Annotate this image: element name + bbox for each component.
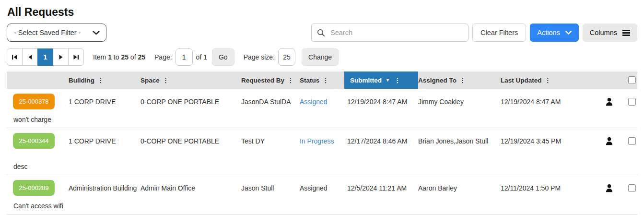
request-description: won't charge <box>13 116 637 128</box>
header-id-column <box>7 72 69 89</box>
submitted-cell: 12/17/2024 8:46 AM <box>344 137 418 145</box>
assigned-to-cell: Jimmy Coakley <box>418 98 501 106</box>
chevron-down-icon <box>565 31 572 35</box>
hamburger-icon <box>622 29 630 36</box>
building-cell: 1 CORP DRIVE <box>69 98 141 106</box>
table-row: 25-000378 1 CORP DRIVE 0-CORP ONE PORTAB… <box>7 89 637 128</box>
row-select-checkbox[interactable] <box>628 184 636 192</box>
column-menu-icon[interactable]: ⋮ <box>322 76 329 84</box>
space-cell: Admin Main Office <box>141 184 241 192</box>
table-row: 25-000289 Administration Building Admin … <box>7 175 637 215</box>
request-description: Can't access wifi <box>13 202 637 214</box>
column-menu-icon[interactable]: ⋮ <box>545 76 551 84</box>
request-description: desc <box>13 163 637 175</box>
request-id-badge[interactable]: 25-000344 <box>13 133 55 149</box>
header-requested-by[interactable]: Requested By ⋮ <box>241 72 300 89</box>
pagination-bar: 1 Item 1 to 25 of 25 Page: of 1 Go Page … <box>7 48 637 66</box>
space-cell: 0-CORP ONE PORTABLE <box>141 137 241 145</box>
actions-button[interactable]: Actions <box>530 24 579 42</box>
status-link[interactable]: In Progress <box>300 137 344 145</box>
page-number-input[interactable] <box>176 48 193 66</box>
pager-group: 1 <box>7 48 84 66</box>
clear-filters-button[interactable]: Clear Filters <box>472 24 526 42</box>
toolbar-right: Clear Filters Actions Columns <box>311 24 637 42</box>
requested-by-cell: JasonDA StulDA <box>241 98 300 106</box>
column-menu-icon[interactable]: ⋮ <box>163 76 169 84</box>
of-total-label: of 1 <box>196 53 207 61</box>
search-input[interactable] <box>329 28 463 37</box>
last-page-button[interactable] <box>68 48 84 66</box>
column-menu-icon[interactable]: ⋮ <box>459 76 466 84</box>
table-row: 25-000344 1 CORP DRIVE 0-CORP ONE PORTAB… <box>7 128 637 175</box>
last-page-icon <box>73 54 79 60</box>
header-status[interactable]: Status ⋮ <box>300 72 344 89</box>
last-updated-cell: 12/11/2024 1:50 PM <box>501 184 590 192</box>
actions-button-label: Actions <box>537 29 560 36</box>
header-actions-column <box>590 72 628 89</box>
page-label: Page: <box>154 53 172 61</box>
header-building[interactable]: Building ⋮ <box>69 72 141 89</box>
assigned-to-cell: Aaron Barley <box>418 184 501 192</box>
page-size-input[interactable] <box>278 48 295 66</box>
next-page-icon <box>59 54 63 60</box>
requested-by-cell: Jason Stull <box>241 184 300 192</box>
columns-button-label: Columns <box>590 29 617 36</box>
column-menu-icon[interactable]: ⋮ <box>394 76 401 84</box>
first-page-button[interactable] <box>7 48 23 66</box>
go-button[interactable]: Go <box>212 48 234 66</box>
header-space[interactable]: Space ⋮ <box>141 72 241 89</box>
last-updated-cell: 12/19/2024 8:47 AM <box>501 98 590 106</box>
next-page-button[interactable] <box>53 48 69 66</box>
person-icon[interactable] <box>605 137 613 145</box>
toolbar: - Select Saved Filter - Clear Filters Ac… <box>0 24 644 42</box>
assigned-to-cell: Brian Jones,Jason Stull <box>418 137 501 145</box>
header-submitted-sorted[interactable]: Submitted ▼ ⋮ <box>344 72 418 89</box>
space-cell: 0-CORP ONE PORTABLE <box>141 98 241 106</box>
person-icon[interactable] <box>605 97 613 106</box>
column-menu-icon[interactable]: ⋮ <box>287 76 294 84</box>
header-last-updated[interactable]: Last Updated ⋮ <box>501 72 590 89</box>
saved-filter-value: - Select Saved Filter - <box>14 29 81 36</box>
select-all-checkbox[interactable] <box>628 76 636 84</box>
sort-desc-icon: ▼ <box>386 78 390 83</box>
select-all-cell <box>628 72 640 89</box>
first-page-icon <box>12 54 18 60</box>
saved-filter-select[interactable]: - Select Saved Filter - <box>7 24 106 42</box>
page-size-label: Page size: <box>244 53 275 61</box>
search-icon <box>317 29 325 37</box>
row-select-checkbox[interactable] <box>628 98 636 106</box>
person-icon[interactable] <box>605 184 613 192</box>
table-header-row: Building ⋮ Space ⋮ Requested By ⋮ Status… <box>7 72 637 89</box>
submitted-cell: 12/19/2024 8:47 AM <box>344 98 418 106</box>
items-summary: Item 1 to 25 of 25 <box>93 53 145 61</box>
previous-page-button[interactable] <box>22 48 38 66</box>
search-box <box>311 24 468 42</box>
status-text: Assigned <box>300 184 344 192</box>
building-cell: 1 CORP DRIVE <box>69 137 141 145</box>
requests-table: Building ⋮ Space ⋮ Requested By ⋮ Status… <box>7 72 637 215</box>
submitted-cell: 12/5/2024 11:21 AM <box>344 184 418 192</box>
last-updated-cell: 12/19/2024 3:45 PM <box>501 137 590 145</box>
status-link[interactable]: Assigned <box>300 98 344 106</box>
chevron-down-icon <box>93 31 100 35</box>
requested-by-cell: Test DY <box>241 137 300 145</box>
page-title: All Requests <box>7 6 644 19</box>
change-button[interactable]: Change <box>302 48 339 66</box>
building-cell: Administration Building <box>69 184 141 192</box>
previous-page-icon <box>28 54 33 60</box>
columns-button[interactable]: Columns <box>583 24 637 42</box>
row-select-checkbox[interactable] <box>628 137 636 145</box>
page-number-button[interactable]: 1 <box>37 48 53 66</box>
column-menu-icon[interactable]: ⋮ <box>97 76 104 84</box>
request-id-badge[interactable]: 25-000289 <box>13 180 55 196</box>
header-assigned-to[interactable]: Assigned To ⋮ <box>418 72 501 89</box>
request-id-badge[interactable]: 25-000378 <box>13 94 55 109</box>
